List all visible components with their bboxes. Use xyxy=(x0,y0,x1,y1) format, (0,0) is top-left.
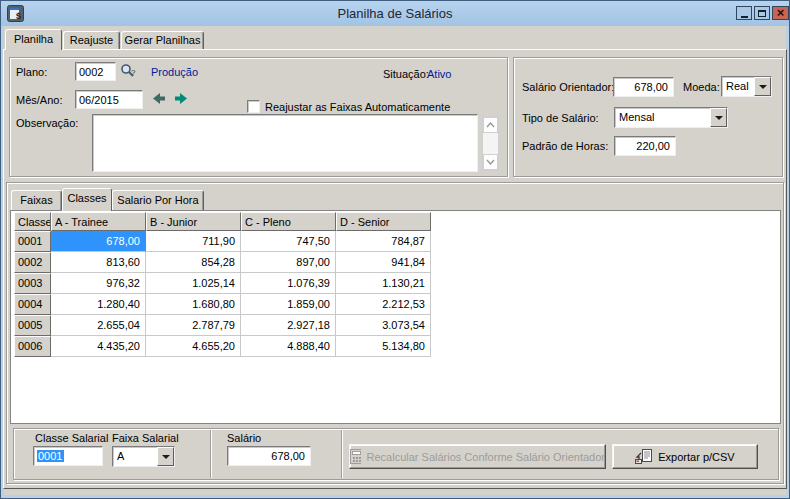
observacao-scrollbar[interactable] xyxy=(482,116,499,171)
grid-cell[interactable]: 4.655,20 xyxy=(146,336,241,357)
grid-cell[interactable]: 1.025,14 xyxy=(146,273,241,294)
grid-cell[interactable]: 2.927,18 xyxy=(241,315,336,336)
padrao-horas-label: Padrão de Horas: xyxy=(522,140,608,153)
grid-cell[interactable]: 2.212,53 xyxy=(336,294,431,315)
recalcular-salarios-button[interactable]: Recalcular Salários Conforme Salário Ori… xyxy=(349,444,606,469)
divider xyxy=(210,430,212,478)
observacao-textarea[interactable] xyxy=(92,114,478,172)
column-header[interactable]: A - Trainee xyxy=(51,212,146,231)
grid-cell[interactable]: 941,84 xyxy=(336,252,431,273)
titlebar: $ Planilha de Salários × xyxy=(1,1,789,26)
tipo-salario-dropdown-button[interactable] xyxy=(710,108,727,127)
next-month-icon[interactable] xyxy=(174,92,188,105)
grid-cell[interactable]: 5.134,80 xyxy=(336,336,431,357)
minimize-icon xyxy=(741,16,748,18)
mes-ano-input[interactable]: 06/2015 xyxy=(75,90,143,109)
maximize-icon xyxy=(758,10,766,17)
tab-gerar-planilhas[interactable]: Gerar Planilhas xyxy=(121,31,204,49)
grid-cell-selected[interactable]: 678,00 xyxy=(51,231,146,252)
column-header[interactable]: B - Junior xyxy=(146,212,241,231)
svg-text:?: ? xyxy=(131,68,136,77)
table-row: 0006 4.435,20 4.655,20 4.888,40 5.134,80 xyxy=(14,336,431,357)
close-button[interactable]: × xyxy=(772,6,789,20)
grid-cell[interactable]: 897,00 xyxy=(241,252,336,273)
row-header[interactable]: 0006 xyxy=(14,336,51,357)
plano-search-icon[interactable]: ? xyxy=(120,63,137,80)
moeda-dropdown-button[interactable] xyxy=(754,77,771,96)
situacao-label: Situação: xyxy=(383,68,429,81)
table-row: 0004 1.280,40 1.680,80 1.859,00 2.212,53 xyxy=(14,294,431,315)
salario-label: Salário xyxy=(227,432,261,445)
row-header[interactable]: 0004 xyxy=(14,294,51,315)
scroll-down-button[interactable] xyxy=(483,154,498,170)
grid-cell[interactable]: 1.680,80 xyxy=(146,294,241,315)
tipo-salario-select[interactable]: Mensal xyxy=(614,107,728,128)
column-header[interactable]: D - Senior xyxy=(336,212,431,231)
salario-input[interactable]: 678,00 xyxy=(227,446,311,466)
grid-cell[interactable]: 2.787,79 xyxy=(146,315,241,336)
grid-header-row: Classe A - Trainee B - Junior C - Pleno … xyxy=(14,212,431,231)
grid-cell[interactable]: 813,60 xyxy=(51,252,146,273)
plano-description: Produção xyxy=(151,66,198,79)
minimize-button[interactable] xyxy=(736,6,752,20)
export-csv-icon xyxy=(635,449,652,464)
plano-input[interactable]: 0002 xyxy=(75,62,116,81)
padrao-horas-input[interactable]: 220,00 xyxy=(614,136,676,156)
row-header[interactable]: 0002 xyxy=(14,252,51,273)
grid-cell[interactable]: 976,32 xyxy=(51,273,146,294)
grid-cell[interactable]: 1.280,40 xyxy=(51,294,146,315)
close-icon: × xyxy=(777,7,785,19)
salary-grid: Classe A - Trainee B - Junior C - Pleno … xyxy=(14,212,431,357)
tipo-salario-value: Mensal xyxy=(619,111,654,124)
table-row: 0001 678,00 711,90 747,50 784,87 xyxy=(14,231,431,252)
tab-classes[interactable]: Classes xyxy=(62,188,112,211)
grid-cell[interactable]: 784,87 xyxy=(336,231,431,252)
moeda-select[interactable]: Real xyxy=(721,76,772,97)
grid-cell[interactable]: 1.130,21 xyxy=(336,273,431,294)
plano-label: Plano: xyxy=(16,66,47,79)
column-header[interactable]: C - Pleno xyxy=(241,212,336,231)
row-header[interactable]: 0003 xyxy=(14,273,51,294)
tab-planilha[interactable]: Planilha xyxy=(5,29,62,50)
faixa-salarial-select[interactable]: A xyxy=(112,446,175,467)
moeda-label: Moeda: xyxy=(683,81,720,94)
window-title: Planilha de Salários xyxy=(1,6,789,21)
table-row: 0005 2.655,04 2.787,79 2.927,18 3.073,54 xyxy=(14,315,431,336)
previous-month-icon[interactable] xyxy=(152,92,166,105)
divider xyxy=(341,430,343,478)
tab-faixas[interactable]: Faixas xyxy=(11,190,62,210)
salario-orientador-label: Salário Orientador: xyxy=(522,81,614,94)
chevron-up-icon xyxy=(486,122,495,128)
faixa-dropdown-button[interactable] xyxy=(157,447,174,466)
grid-cell[interactable]: 4.888,40 xyxy=(241,336,336,357)
column-header[interactable]: Classe xyxy=(14,212,51,231)
grid-cell[interactable]: 747,50 xyxy=(241,231,336,252)
grid-cell[interactable]: 1.859,00 xyxy=(241,294,336,315)
salario-orientador-input[interactable]: 678,00 xyxy=(613,77,674,97)
maximize-button[interactable] xyxy=(754,6,770,20)
reajustar-checkbox[interactable] xyxy=(247,100,260,113)
grid-cell[interactable]: 711,90 xyxy=(146,231,241,252)
grid-cell[interactable]: 2.655,04 xyxy=(51,315,146,336)
chevron-down-icon xyxy=(486,159,495,165)
exportar-button-label: Exportar p/CSV xyxy=(658,451,734,463)
reajustar-checkbox-label: Reajustar as Faixas Automaticamente xyxy=(265,101,450,114)
classe-salarial-input[interactable]: 0001 xyxy=(33,446,103,466)
grid-cell[interactable]: 1.076,39 xyxy=(241,273,336,294)
table-row: 0002 813,60 854,28 897,00 941,84 xyxy=(14,252,431,273)
chevron-down-icon xyxy=(759,85,767,93)
grid-cell[interactable]: 3.073,54 xyxy=(336,315,431,336)
grid-cell[interactable]: 4.435,20 xyxy=(51,336,146,357)
grid-cell[interactable]: 854,28 xyxy=(146,252,241,273)
tab-reajuste[interactable]: Reajuste xyxy=(63,31,120,49)
row-header[interactable]: 0001 xyxy=(14,231,51,252)
tab-salario-por-hora[interactable]: Salario Por Hora xyxy=(112,190,204,210)
chevron-down-icon xyxy=(715,116,723,124)
exportar-csv-button[interactable]: Exportar p/CSV xyxy=(612,444,758,469)
moeda-value: Real xyxy=(726,80,749,93)
tipo-salario-label: Tipo de Salário: xyxy=(522,112,599,125)
scroll-up-button[interactable] xyxy=(483,117,498,133)
chevron-down-icon xyxy=(162,455,170,463)
row-header[interactable]: 0005 xyxy=(14,315,51,336)
table-row: 0003 976,32 1.025,14 1.076,39 1.130,21 xyxy=(14,273,431,294)
